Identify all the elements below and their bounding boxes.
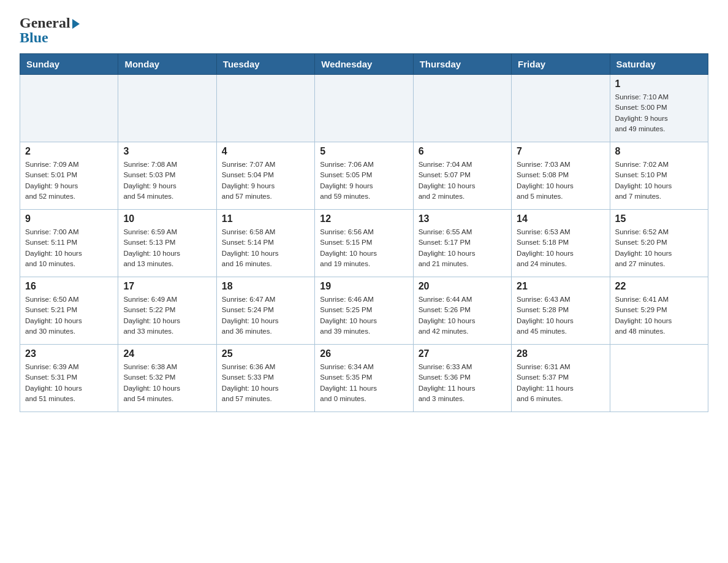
day-number: 2 [25, 146, 113, 157]
logo-blue-text: Blue [20, 29, 80, 46]
calendar-cell-4-3: 18Sunrise: 6:47 AMSunset: 5:24 PMDayligh… [216, 277, 314, 345]
calendar-week-2: 2Sunrise: 7:09 AMSunset: 5:01 PMDaylight… [20, 142, 708, 210]
day-number: 12 [320, 213, 408, 224]
day-number: 15 [615, 213, 703, 224]
day-number: 14 [517, 213, 604, 224]
day-number: 3 [123, 146, 211, 157]
day-number: 17 [123, 281, 211, 292]
calendar-cell-3-1: 9Sunrise: 7:00 AMSunset: 5:11 PMDaylight… [20, 210, 118, 277]
calendar-week-3: 9Sunrise: 7:00 AMSunset: 5:11 PMDaylight… [20, 210, 708, 277]
calendar-cell-2-7: 8Sunrise: 7:02 AMSunset: 5:10 PMDaylight… [610, 142, 708, 210]
calendar-cell-4-4: 19Sunrise: 6:46 AMSunset: 5:25 PMDayligh… [315, 277, 413, 345]
day-info: Sunrise: 7:09 AMSunset: 5:01 PMDaylight:… [25, 159, 113, 202]
day-info: Sunrise: 6:50 AMSunset: 5:21 PMDaylight:… [25, 294, 113, 337]
day-number: 23 [25, 348, 113, 359]
logo: General Blue [20, 15, 80, 46]
day-info: Sunrise: 6:39 AMSunset: 5:31 PMDaylight:… [25, 362, 113, 404]
calendar-cell-5-4: 26Sunrise: 6:34 AMSunset: 5:35 PMDayligh… [315, 345, 413, 412]
day-number: 9 [25, 213, 113, 224]
day-info: Sunrise: 7:08 AMSunset: 5:03 PMDaylight:… [123, 159, 211, 202]
day-info: Sunrise: 6:56 AMSunset: 5:15 PMDaylight:… [320, 227, 408, 269]
day-info: Sunrise: 6:38 AMSunset: 5:32 PMDaylight:… [123, 362, 211, 404]
day-info: Sunrise: 6:52 AMSunset: 5:20 PMDaylight:… [615, 227, 703, 269]
day-info: Sunrise: 6:46 AMSunset: 5:25 PMDaylight:… [320, 294, 408, 337]
calendar-week-4: 16Sunrise: 6:50 AMSunset: 5:21 PMDayligh… [20, 277, 708, 345]
calendar-cell-5-1: 23Sunrise: 6:39 AMSunset: 5:31 PMDayligh… [20, 345, 118, 412]
calendar-cell-1-1 [20, 75, 118, 142]
day-number: 1 [615, 79, 703, 90]
day-info: Sunrise: 6:41 AMSunset: 5:29 PMDaylight:… [615, 294, 703, 337]
day-number: 5 [320, 146, 408, 157]
day-info: Sunrise: 7:07 AMSunset: 5:04 PMDaylight:… [222, 159, 309, 202]
day-info: Sunrise: 7:04 AMSunset: 5:07 PMDaylight:… [419, 159, 506, 202]
day-number: 22 [615, 281, 703, 292]
calendar-cell-2-4: 5Sunrise: 7:06 AMSunset: 5:05 PMDaylight… [315, 142, 413, 210]
logo-general-text: General [20, 15, 70, 31]
calendar-cell-4-6: 21Sunrise: 6:43 AMSunset: 5:28 PMDayligh… [512, 277, 610, 345]
day-number: 8 [615, 146, 703, 157]
day-info: Sunrise: 7:06 AMSunset: 5:05 PMDaylight:… [320, 159, 408, 202]
calendar-cell-2-1: 2Sunrise: 7:09 AMSunset: 5:01 PMDaylight… [20, 142, 118, 210]
weekday-header-row: SundayMondayTuesdayWednesdayThursdayFrid… [20, 54, 708, 75]
day-info: Sunrise: 6:53 AMSunset: 5:18 PMDaylight:… [517, 227, 604, 269]
weekday-header-friday: Friday [512, 54, 610, 75]
day-number: 24 [123, 348, 211, 359]
day-info: Sunrise: 6:36 AMSunset: 5:33 PMDaylight:… [222, 362, 309, 404]
day-info: Sunrise: 6:55 AMSunset: 5:17 PMDaylight:… [419, 227, 506, 269]
day-number: 20 [419, 281, 506, 292]
day-number: 19 [320, 281, 408, 292]
day-info: Sunrise: 7:10 AMSunset: 5:00 PMDaylight:… [615, 92, 703, 134]
calendar-week-1: 1Sunrise: 7:10 AMSunset: 5:00 PMDaylight… [20, 75, 708, 142]
calendar-cell-4-7: 22Sunrise: 6:41 AMSunset: 5:29 PMDayligh… [610, 277, 708, 345]
calendar-cell-2-3: 4Sunrise: 7:07 AMSunset: 5:04 PMDaylight… [216, 142, 314, 210]
day-info: Sunrise: 6:49 AMSunset: 5:22 PMDaylight:… [123, 294, 211, 337]
calendar-cell-2-6: 7Sunrise: 7:03 AMSunset: 5:08 PMDaylight… [512, 142, 610, 210]
calendar-cell-3-4: 12Sunrise: 6:56 AMSunset: 5:15 PMDayligh… [315, 210, 413, 277]
calendar-cell-5-7 [610, 345, 708, 412]
day-number: 11 [222, 213, 309, 224]
calendar-cell-1-3 [216, 75, 314, 142]
day-info: Sunrise: 6:44 AMSunset: 5:26 PMDaylight:… [419, 294, 506, 337]
day-number: 13 [419, 213, 506, 224]
calendar-cell-4-1: 16Sunrise: 6:50 AMSunset: 5:21 PMDayligh… [20, 277, 118, 345]
day-number: 21 [517, 281, 604, 292]
calendar-cell-1-4 [315, 75, 413, 142]
weekday-header-saturday: Saturday [610, 54, 708, 75]
calendar-cell-2-2: 3Sunrise: 7:08 AMSunset: 5:03 PMDaylight… [118, 142, 216, 210]
calendar-cell-5-2: 24Sunrise: 6:38 AMSunset: 5:32 PMDayligh… [118, 345, 216, 412]
day-info: Sunrise: 6:59 AMSunset: 5:13 PMDaylight:… [123, 227, 211, 269]
weekday-header-monday: Monday [118, 54, 216, 75]
day-info: Sunrise: 7:00 AMSunset: 5:11 PMDaylight:… [25, 227, 113, 269]
day-number: 27 [419, 348, 506, 359]
day-number: 28 [517, 348, 604, 359]
day-info: Sunrise: 6:34 AMSunset: 5:35 PMDaylight:… [320, 362, 408, 404]
calendar-cell-3-2: 10Sunrise: 6:59 AMSunset: 5:13 PMDayligh… [118, 210, 216, 277]
day-info: Sunrise: 6:31 AMSunset: 5:37 PMDaylight:… [517, 362, 604, 404]
calendar-cell-4-2: 17Sunrise: 6:49 AMSunset: 5:22 PMDayligh… [118, 277, 216, 345]
day-number: 10 [123, 213, 211, 224]
day-number: 6 [419, 146, 506, 157]
calendar-week-5: 23Sunrise: 6:39 AMSunset: 5:31 PMDayligh… [20, 345, 708, 412]
day-number: 25 [222, 348, 309, 359]
calendar-cell-2-5: 6Sunrise: 7:04 AMSunset: 5:07 PMDaylight… [413, 142, 511, 210]
weekday-header-sunday: Sunday [20, 54, 118, 75]
calendar-cell-1-5 [413, 75, 511, 142]
day-info: Sunrise: 6:58 AMSunset: 5:14 PMDaylight:… [222, 227, 309, 269]
day-info: Sunrise: 6:43 AMSunset: 5:28 PMDaylight:… [517, 294, 604, 337]
day-info: Sunrise: 6:47 AMSunset: 5:24 PMDaylight:… [222, 294, 309, 337]
day-number: 4 [222, 146, 309, 157]
calendar-cell-3-6: 14Sunrise: 6:53 AMSunset: 5:18 PMDayligh… [512, 210, 610, 277]
calendar-cell-1-2 [118, 75, 216, 142]
calendar-cell-5-5: 27Sunrise: 6:33 AMSunset: 5:36 PMDayligh… [413, 345, 511, 412]
day-number: 7 [517, 146, 604, 157]
weekday-header-thursday: Thursday [413, 54, 511, 75]
calendar-cell-3-3: 11Sunrise: 6:58 AMSunset: 5:14 PMDayligh… [216, 210, 314, 277]
calendar-cell-1-6 [512, 75, 610, 142]
calendar-table: SundayMondayTuesdayWednesdayThursdayFrid… [20, 53, 708, 412]
logo-arrow-icon [72, 19, 80, 29]
day-info: Sunrise: 7:03 AMSunset: 5:08 PMDaylight:… [517, 159, 604, 202]
calendar-cell-3-7: 15Sunrise: 6:52 AMSunset: 5:20 PMDayligh… [610, 210, 708, 277]
calendar-cell-3-5: 13Sunrise: 6:55 AMSunset: 5:17 PMDayligh… [413, 210, 511, 277]
weekday-header-wednesday: Wednesday [315, 54, 413, 75]
calendar-cell-4-5: 20Sunrise: 6:44 AMSunset: 5:26 PMDayligh… [413, 277, 511, 345]
